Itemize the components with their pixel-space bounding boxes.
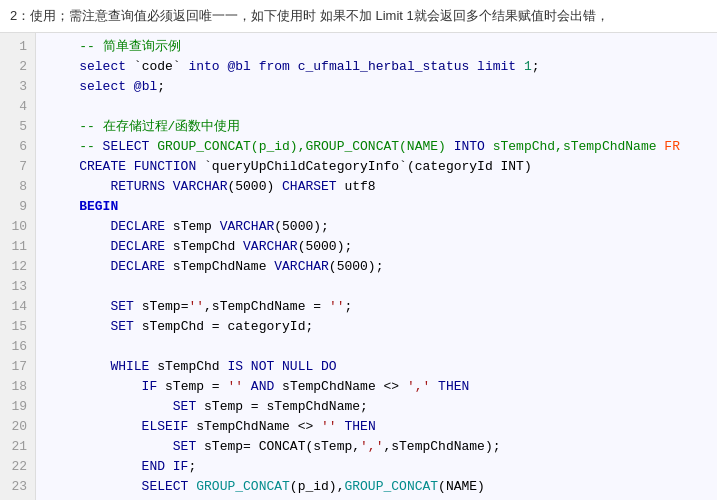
- ln-1: 1: [8, 37, 27, 57]
- code-line-18: IF sTemp = '' AND sTempChdName <> ',' TH…: [48, 377, 717, 397]
- ln-11: 11: [8, 237, 27, 257]
- code-line-15: SET sTempChd = categoryId;: [48, 317, 717, 337]
- ln-17: 17: [8, 357, 27, 377]
- code-line-4: [48, 97, 717, 117]
- code-line-11: DECLARE sTempChd VARCHAR(5000);: [48, 237, 717, 257]
- code-line-16: [48, 337, 717, 357]
- code-line-8: RETURNS VARCHAR(5000) CHARSET utf8: [48, 177, 717, 197]
- ln-7: 7: [8, 157, 27, 177]
- code-area: -- 简单查询示例 select `code` into @bl from c_…: [36, 33, 717, 501]
- code-line-21: SET sTemp= CONCAT(sTemp,',',sTempChdName…: [48, 437, 717, 457]
- code-line-3: select @bl;: [48, 77, 717, 97]
- ln-20: 20: [8, 417, 27, 437]
- ln-10: 10: [8, 217, 27, 237]
- code-container: 1 2 3 4 5 6 7 8 9 10 11 12 13 14 15 16 1…: [0, 33, 717, 501]
- code-line-7: CREATE FUNCTION `queryUpChildCategoryInf…: [48, 157, 717, 177]
- ln-13: 13: [8, 277, 27, 297]
- code-line-6: -- SELECT GROUP_CONCAT(p_id),GROUP_CONCA…: [48, 137, 717, 157]
- code-line-19: SET sTemp = sTempChdName;: [48, 397, 717, 417]
- ln-23: 23: [8, 477, 27, 497]
- code-line-22: END IF;: [48, 457, 717, 477]
- ln-9: 9: [8, 197, 27, 217]
- ln-21: 21: [8, 437, 27, 457]
- code-line-23: SELECT GROUP_CONCAT(p_id),GROUP_CONCAT(N…: [48, 477, 717, 497]
- code-line-5: -- 在存储过程/函数中使用: [48, 117, 717, 137]
- ln-6: 6: [8, 137, 27, 157]
- ln-14: 14: [8, 297, 27, 317]
- ln-22: 22: [8, 457, 27, 477]
- line-numbers: 1 2 3 4 5 6 7 8 9 10 11 12 13 14 15 16 1…: [0, 33, 36, 501]
- code-line-10: DECLARE sTemp VARCHAR(5000);: [48, 217, 717, 237]
- ln-18: 18: [8, 377, 27, 397]
- header-note: 2：使用；需注意查询值必须返回唯一一，如下使用时 如果不加 Limit 1就会返…: [0, 0, 717, 33]
- code-line-14: SET sTemp='',sTempChdName = '';: [48, 297, 717, 317]
- code-line-24: INTO sTempChd,sTempChdName FROM m_ufmall…: [48, 497, 717, 501]
- ln-12: 12: [8, 257, 27, 277]
- code-line-9: BEGIN: [48, 197, 717, 217]
- ln-8: 8: [8, 177, 27, 197]
- ln-24: 24: [8, 497, 27, 501]
- ln-15: 15: [8, 317, 27, 337]
- code-line-17: WHILE sTempChd IS NOT NULL DO: [48, 357, 717, 377]
- ln-19: 19: [8, 397, 27, 417]
- header-text: 2：使用；需注意查询值必须返回唯一一，如下使用时 如果不加 Limit 1就会返…: [10, 8, 609, 23]
- ln-4: 4: [8, 97, 27, 117]
- ln-2: 2: [8, 57, 27, 77]
- code-line-1: -- 简单查询示例: [48, 37, 717, 57]
- code-line-13: [48, 277, 717, 297]
- code-line-2: select `code` into @bl from c_ufmall_her…: [48, 57, 717, 77]
- ln-5: 5: [8, 117, 27, 137]
- ln-3: 3: [8, 77, 27, 97]
- code-line-12: DECLARE sTempChdName VARCHAR(5000);: [48, 257, 717, 277]
- code-line-20: ELSEIF sTempChdName <> '' THEN: [48, 417, 717, 437]
- ln-16: 16: [8, 337, 27, 357]
